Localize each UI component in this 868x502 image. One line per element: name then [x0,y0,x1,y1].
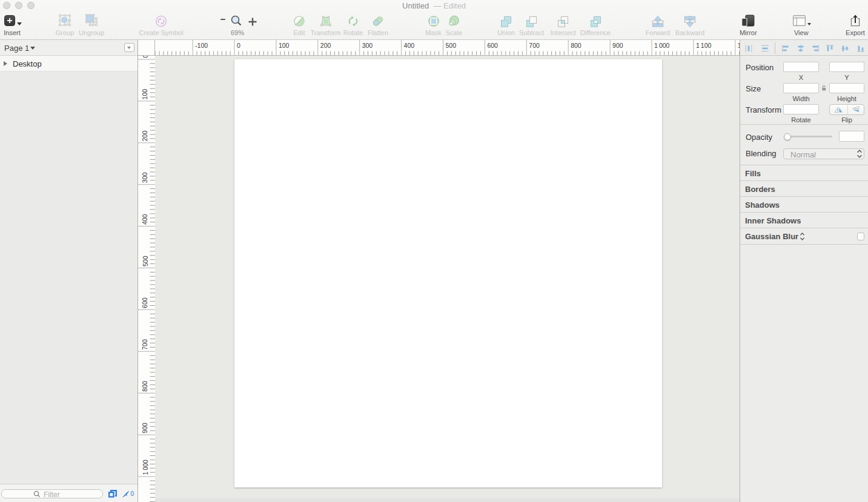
svg-text:400: 400 [403,42,414,49]
svg-text:200: 200 [142,131,149,142]
svg-text:1 000: 1 000 [654,42,670,49]
svg-text:400: 400 [142,214,149,225]
svg-text:700: 700 [529,42,540,49]
svg-text:600: 600 [142,297,149,308]
svg-text:0: 0 [142,56,149,58]
svg-text:300: 300 [142,173,149,183]
svg-text:500: 500 [142,256,149,266]
svg-text:800: 800 [571,42,581,49]
svg-text:1 000: 1 000 [142,460,149,475]
svg-text:700: 700 [142,339,149,350]
svg-text:-100: -100 [195,42,208,49]
svg-text:300: 300 [362,42,373,49]
svg-text:0: 0 [237,42,240,49]
svg-text:900: 900 [612,42,623,49]
svg-text:900: 900 [142,423,149,434]
svg-text:800: 800 [142,381,149,392]
svg-text:100: 100 [142,89,149,100]
svg-text:500: 500 [445,42,456,49]
svg-text:600: 600 [487,42,498,49]
svg-text:1 100: 1 100 [695,42,711,49]
svg-text:100: 100 [278,42,289,49]
svg-text:200: 200 [320,42,331,49]
